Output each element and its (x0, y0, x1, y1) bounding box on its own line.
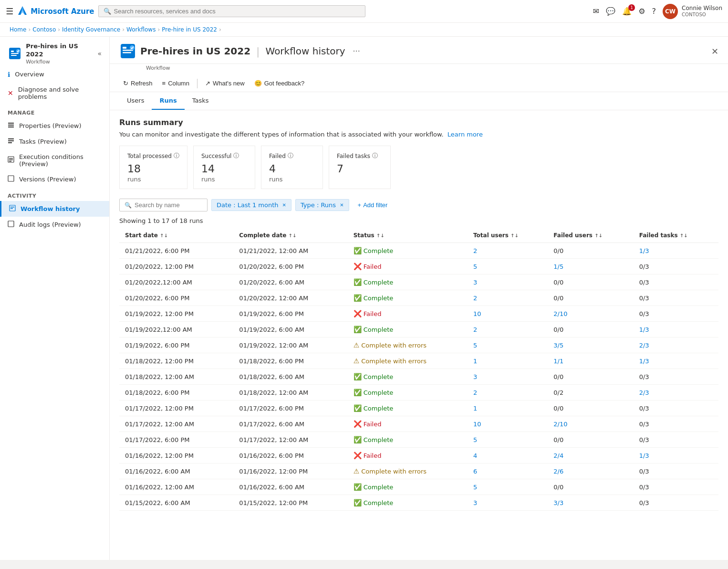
date-filter-close[interactable]: ✕ (282, 202, 286, 208)
user-profile[interactable]: CW Connie Wilson CONTOSO (663, 4, 722, 19)
info-icon[interactable]: ⓘ (288, 152, 293, 160)
info-icon[interactable]: ⓘ (233, 152, 239, 160)
failed-users-link[interactable]: 3/5 (553, 342, 563, 349)
failed-users-link[interactable]: 2/4 (553, 452, 563, 459)
table-row[interactable]: 01/18/2022, 6:00 PM 01/18/2022, 12:00 AM… (119, 385, 718, 400)
col-total-users[interactable]: Total users ↑↓ (468, 228, 548, 243)
failed-tasks-link[interactable]: 1/3 (639, 326, 649, 333)
breadcrumb-home[interactable]: Home (10, 26, 26, 33)
settings-icon[interactable]: ⚙ (638, 7, 645, 16)
table-row[interactable]: 01/19/2022, 12:00 PM 01/19/2022, 6:00 PM… (119, 306, 718, 322)
menu-icon[interactable]: ☰ (6, 6, 13, 16)
search-input[interactable] (114, 8, 360, 15)
logo[interactable]: Microsoft Azure (17, 5, 94, 18)
breadcrumb-workflows[interactable]: Workflows (126, 26, 156, 33)
failed-tasks-link[interactable]: 1/3 (639, 452, 649, 459)
filter-search-input[interactable] (135, 201, 202, 209)
sidebar-item-diagnose[interactable]: ✕ Diagnose and solve problems (0, 82, 109, 104)
type-filter-tag[interactable]: Type : Runs ✕ (295, 199, 349, 211)
tab-runs[interactable]: Runs (152, 92, 184, 110)
table-row[interactable]: 01/20/2022, 6:00 PM 01/20/2022, 12:00 AM… (119, 290, 718, 306)
total-users-link[interactable]: 6 (473, 468, 477, 475)
table-row[interactable]: 01/16/2022, 12:00 PM 01/16/2022, 6:00 PM… (119, 448, 718, 464)
refresh-button[interactable]: ↻ Refresh (119, 78, 156, 89)
sidebar-item-audit-logs[interactable]: Audit logs (Preview) (0, 217, 109, 232)
learn-more-link[interactable]: Learn more (447, 131, 483, 138)
column-button[interactable]: ≡ Column (158, 78, 193, 89)
breadcrumb-contoso[interactable]: Contoso (32, 26, 56, 33)
table-row[interactable]: 01/16/2022, 6:00 AM 01/16/2022, 12:00 PM… (119, 464, 718, 479)
info-icon[interactable]: ⓘ (174, 152, 179, 160)
table-row[interactable]: 01/17/2022, 6:00 PM 01/17/2022, 12:00 AM… (119, 432, 718, 448)
table-row[interactable]: 01/19/2022, 6:00 PM 01/19/2022, 12:00 AM… (119, 337, 718, 353)
failed-tasks-link[interactable]: 2/3 (639, 342, 649, 349)
total-users-link[interactable]: 2 (473, 295, 477, 302)
total-users-link[interactable]: 3 (473, 279, 477, 286)
table-row[interactable]: 01/21/2022, 6:00 PM 01/21/2022, 12:00 AM… (119, 243, 718, 259)
summary-cards: Total processed ⓘ 18 runs Successful ⓘ 1… (119, 146, 718, 189)
help-icon[interactable]: ? (652, 7, 656, 16)
feedback-button[interactable]: 😊 Got feedback? (250, 78, 309, 89)
failed-tasks-link[interactable]: 2/3 (639, 389, 649, 396)
date-filter-tag[interactable]: Date : Last 1 month ✕ (211, 199, 291, 211)
failed-users-link[interactable]: 1/1 (553, 358, 563, 365)
failed-users-link[interactable]: 2/6 (553, 468, 563, 475)
sidebar-item-execution[interactable]: Execution conditions (Preview) (0, 149, 109, 171)
total-users-link[interactable]: 10 (473, 310, 481, 317)
table-row[interactable]: 01/17/2022, 12:00 AM 01/17/2022, 6:00 AM… (119, 416, 718, 432)
tab-users[interactable]: Users (119, 92, 152, 110)
info-icon[interactable]: ⓘ (372, 152, 378, 160)
whats-new-button[interactable]: ↗ What's new (201, 78, 249, 89)
total-users-link[interactable]: 1 (473, 358, 477, 365)
total-users-link[interactable]: 2 (473, 389, 477, 396)
table-row[interactable]: 01/16/2022, 12:00 AM 01/16/2022, 6:00 AM… (119, 479, 718, 495)
table-row[interactable]: 01/20/2022, 12:00 PM 01/20/2022, 6:00 PM… (119, 259, 718, 274)
sidebar-item-overview[interactable]: ℹ Overview (0, 67, 109, 82)
total-users-link[interactable]: 5 (473, 436, 477, 443)
type-filter-close[interactable]: ✕ (340, 202, 343, 208)
col-complete-date[interactable]: Complete date ↑↓ (233, 228, 347, 243)
total-users-link[interactable]: 3 (473, 499, 477, 506)
failed-users-link[interactable]: 1/5 (553, 263, 563, 270)
table-row[interactable]: 01/18/2022, 12:00 AM 01/18/2022, 6:00 AM… (119, 369, 718, 385)
total-users-link[interactable]: 1 (473, 405, 477, 412)
failed-users-link[interactable]: 2/10 (553, 310, 567, 317)
breadcrumb-prehire[interactable]: Pre-hire in US 2022 (162, 26, 217, 33)
sidebar-item-workflow-history[interactable]: Workflow history (0, 201, 109, 217)
table-row[interactable]: 01/18/2022, 12:00 PM 01/18/2022, 6:00 PM… (119, 353, 718, 369)
page-more-button[interactable]: ··· (353, 47, 360, 56)
total-users-link[interactable]: 10 (473, 421, 481, 428)
sidebar-collapse-icon[interactable]: « (97, 50, 102, 57)
breadcrumb-identity-governance[interactable]: Identity Governance (62, 26, 120, 33)
add-filter-button[interactable]: + Add filter (353, 200, 393, 211)
total-users-link[interactable]: 5 (473, 484, 477, 491)
filter-search-box[interactable]: 🔍 (119, 199, 208, 211)
total-users-link[interactable]: 5 (473, 263, 477, 270)
tab-tasks[interactable]: Tasks (185, 92, 217, 110)
col-status[interactable]: Status ↑↓ (348, 228, 468, 243)
table-row[interactable]: 01/20/2022,12:00 AM 01/20/2022, 6:00 AM … (119, 274, 718, 290)
sidebar-item-properties[interactable]: Properties (Preview) (0, 118, 109, 134)
failed-users-link[interactable]: 2/10 (553, 421, 567, 428)
col-failed-tasks[interactable]: Failed tasks ↑↓ (634, 228, 718, 243)
sidebar-item-versions[interactable]: Versions (Preview) (0, 171, 109, 187)
failed-tasks-link[interactable]: 1/3 (639, 358, 649, 365)
page-close-button[interactable]: ✕ (711, 46, 718, 56)
failed-users-link[interactable]: 3/3 (553, 499, 563, 506)
total-users-link[interactable]: 2 (473, 247, 477, 254)
total-users-link[interactable]: 4 (473, 452, 477, 459)
table-row[interactable]: 01/15/2022, 6:00 AM 01/15/2022, 12:00 PM… (119, 495, 718, 511)
failed-tasks-link[interactable]: 1/3 (639, 247, 649, 254)
total-users-link[interactable]: 5 (473, 342, 477, 349)
feedback-icon[interactable]: 💬 (606, 7, 615, 16)
search-box[interactable]: 🔍 (98, 5, 365, 17)
sidebar-item-tasks[interactable]: Tasks (Preview) (0, 134, 109, 149)
table-row[interactable]: 01/17/2022, 12:00 PM 01/17/2022, 6:00 PM… (119, 400, 718, 416)
mail-icon[interactable]: ✉ (593, 7, 599, 16)
table-row[interactable]: 01/19/2022,12:00 AM 01/19/2022, 6:00 AM … (119, 322, 718, 337)
col-failed-users[interactable]: Failed users ↑↓ (548, 228, 633, 243)
col-start-date[interactable]: Start date ↑↓ (119, 228, 233, 243)
total-users-link[interactable]: 2 (473, 326, 477, 333)
notification-icon[interactable]: 🔔 1 (622, 7, 632, 16)
total-users-link[interactable]: 3 (473, 373, 477, 380)
